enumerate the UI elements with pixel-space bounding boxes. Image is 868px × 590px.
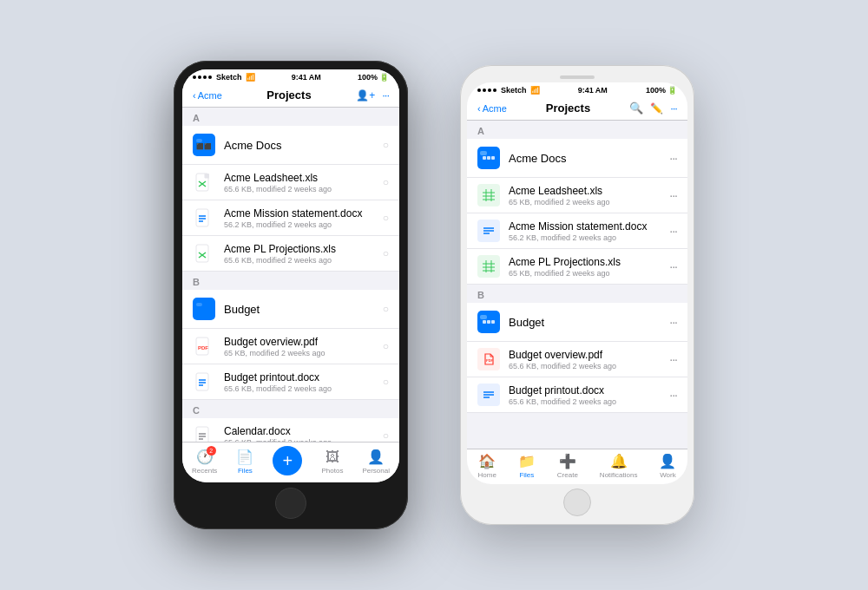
list-item[interactable]: Acme PL Projections.xls 65.6 KB, modifie… [182, 236, 399, 272]
item-name: Budget overview.pdf [509, 349, 661, 361]
white-tab-bar: 🏠 Home 📁 Files ➕ Create 🔔 Notifications … [467, 449, 687, 484]
work-icon: 👤 [659, 453, 676, 469]
list-item[interactable]: Budget ○ [182, 290, 399, 329]
files-label: Files [238, 467, 253, 475]
tab-recents[interactable]: 🕐 2 Recents [192, 449, 217, 475]
add-person-icon[interactable]: 👤+ [356, 89, 375, 102]
dark-status-bar: Sketch 📶 9:41 AM 100% 🔋 [182, 69, 399, 83]
more-icon[interactable]: ··· [669, 315, 677, 329]
list-item[interactable]: Acme Mission statement.docx 56.2 KB, mod… [467, 213, 687, 249]
checkmark-icon: ○ [383, 429, 389, 442]
list-item[interactable]: PDF Budget overview.pdf 65.6 KB, modifie… [467, 342, 687, 377]
list-item[interactable]: ⬛⬛ Acme Docs ○ [182, 126, 399, 165]
item-meta: 65.6 KB, modified 2 weeks ago [224, 384, 374, 393]
item-name: Acme Docs [224, 139, 374, 152]
more-icon[interactable]: ··· [669, 259, 677, 273]
list-item[interactable]: Budget printout.docx 65.6 KB, modified 2… [182, 364, 399, 400]
back-label: Acme [483, 103, 507, 114]
svg-text:PDF: PDF [198, 345, 208, 351]
more-icon[interactable]: ··· [669, 151, 677, 165]
tab-create[interactable]: ➕ Create [557, 453, 578, 479]
docx-icon [193, 206, 215, 229]
svg-rect-28 [483, 156, 486, 160]
list-item[interactable]: Acme Mission statement.docx 56.2 KB, mod… [182, 200, 399, 236]
files-icon: 📄 [236, 449, 253, 465]
item-name: Acme Docs [509, 152, 661, 165]
item-text: Acme Leadsheet.xls 65 KB, modified 2 wee… [509, 185, 661, 206]
white-section-b: B [467, 285, 687, 303]
files-icon: 📁 [518, 453, 536, 469]
phones-container: Sketch 📶 9:41 AM 100% 🔋 ‹ Acme Projects … [174, 61, 694, 529]
white-back-button[interactable]: ‹ Acme [477, 103, 507, 114]
pdf-icon: PDF [477, 348, 500, 370]
item-text: Budget overview.pdf 65 KB, modified 2 we… [224, 336, 374, 357]
list-item[interactable]: Acme Leadsheet.xls 65.6 KB, modified 2 w… [182, 165, 399, 200]
item-name: Acme Mission statement.docx [509, 220, 661, 233]
list-item[interactable]: Acme Docs ··· [467, 139, 687, 178]
svg-rect-51 [491, 320, 495, 324]
list-item[interactable]: Budget ··· [467, 303, 687, 342]
svg-rect-29 [487, 156, 490, 160]
item-text: Acme Leadsheet.xls 65.6 KB, modified 2 w… [224, 172, 374, 193]
dark-home-button[interactable] [275, 488, 306, 519]
more-icon[interactable]: ··· [669, 388, 677, 402]
more-options-icon[interactable]: ··· [670, 102, 677, 115]
back-label: Acme [198, 90, 222, 101]
tab-files[interactable]: 📁 Files [518, 453, 536, 479]
svg-rect-30 [491, 156, 495, 160]
tab-files[interactable]: 📄 Files [236, 449, 253, 475]
work-label: Work [660, 471, 676, 479]
signal-dot-4 [493, 88, 496, 92]
item-name: Budget [509, 316, 661, 329]
folder-icon [193, 298, 215, 320]
home-label: Home [478, 471, 496, 479]
list-item[interactable]: Budget printout.docx 65.6 KB, modified 2… [467, 377, 687, 413]
list-item[interactable]: PDF Budget overview.pdf 65 KB, modified … [182, 329, 399, 364]
create-label: Create [557, 471, 578, 479]
item-name: Budget printout.docx [224, 371, 374, 384]
signal-dot-1 [477, 88, 481, 92]
svg-rect-1 [196, 139, 202, 142]
item-text: Budget [224, 303, 374, 316]
dark-tab-bar: 🕐 2 Recents 📄 Files + 🖼 Photos � [182, 442, 399, 482]
docx-icon [477, 384, 500, 406]
tab-home[interactable]: 🏠 Home [478, 453, 496, 479]
list-item[interactable]: Calendar.docx 65.6 KB, modified 2 weeks … [182, 418, 399, 442]
dark-nav-actions: 👤+ ··· [356, 88, 389, 102]
battery-label: 100% [358, 73, 378, 82]
checkmark-icon: ○ [383, 176, 389, 188]
top-speaker [560, 75, 595, 79]
white-phone: Sketch 📶 9:41 AM 100% 🔋 ‹ Acme Projects … [460, 65, 694, 525]
more-icon[interactable]: ··· [669, 188, 677, 202]
tab-personal[interactable]: 👤 Personal [362, 449, 390, 475]
list-item[interactable]: Acme PL Projections.xls 65 KB, modified … [467, 249, 687, 285]
signal-dot-1 [193, 75, 196, 79]
notifications-label: Notifications [600, 471, 638, 479]
tab-add[interactable]: + [273, 446, 302, 477]
tab-photos[interactable]: 🖼 Photos [321, 449, 343, 475]
svg-text:⬛⬛: ⬛⬛ [196, 142, 212, 150]
svg-rect-18 [196, 373, 208, 390]
search-icon[interactable]: 🔍 [629, 102, 643, 115]
tab-notifications[interactable]: 🔔 Notifications [600, 453, 638, 479]
white-nav-actions: 🔍 ✏️ ··· [629, 102, 677, 115]
checkmark-icon: ○ [383, 340, 389, 352]
time-display: 9:41 AM [578, 86, 608, 95]
more-icon[interactable]: ··· [669, 224, 677, 238]
add-button[interactable]: + [273, 446, 302, 475]
item-text: Budget printout.docx 65.6 KB, modified 2… [509, 384, 661, 406]
white-home-button[interactable] [563, 488, 591, 516]
xls-icon [477, 255, 500, 278]
list-item[interactable]: Acme Leadsheet.xls 65 KB, modified 2 wee… [467, 178, 687, 213]
tab-work[interactable]: 👤 Work [659, 453, 676, 479]
white-nav-title: Projects [546, 102, 590, 115]
item-name: Budget [224, 303, 374, 316]
more-options-icon[interactable]: ··· [382, 88, 389, 102]
folder-icon: ⬛⬛ [193, 134, 215, 156]
item-text: Budget printout.docx 65.6 KB, modified 2… [224, 371, 374, 393]
edit-icon[interactable]: ✏️ [650, 102, 663, 115]
dark-back-button[interactable]: ‹ Acme [193, 90, 222, 101]
more-icon[interactable]: ··· [669, 352, 677, 366]
svg-rect-4 [205, 174, 209, 178]
white-content: A Acme Docs ·· [467, 121, 687, 449]
